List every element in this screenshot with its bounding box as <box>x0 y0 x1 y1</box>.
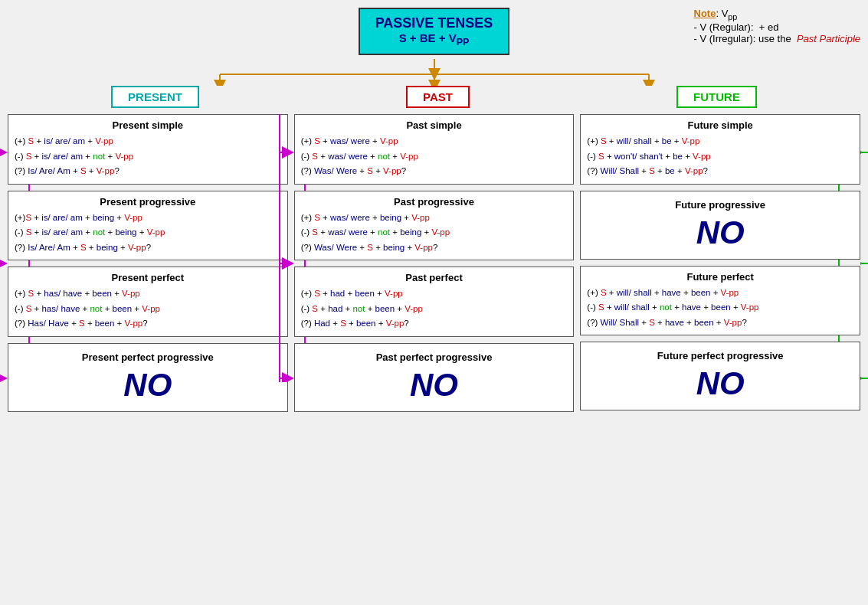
note-box: Note: Vpp - V (Regular): + ed - V (Irreg… <box>694 8 860 44</box>
pastprog-line3: (?) Was/ Were + S + being + V-pp? <box>301 240 568 256</box>
past-perfect-progressive-title: Past perfect progressive <box>301 352 568 363</box>
past-perfect-progressive-box: Past perfect progressive NO <box>294 343 575 412</box>
pperf-line2: (-) S + has/ have + not + been + V-pp <box>15 302 281 317</box>
past-simple-content: (+) S + was/ were + V-pp (-) S + was/ we… <box>301 134 568 179</box>
future-simple-title: Future simple <box>587 119 853 131</box>
main-title: PASSIVE TENSES <box>375 15 493 31</box>
pperf-line1: (+) S + has/ have + been + V-pp <box>15 286 281 302</box>
present-progressive-title: Present progressive <box>15 196 281 208</box>
past-progressive-title: Past progressive <box>301 196 568 208</box>
pperf-line3: (?) Has/ Have + S + been + V-pp? <box>15 316 281 332</box>
ps-line1: (+) S + is/ are/ am + V-pp <box>15 134 281 149</box>
present-perfect-progressive-title: Present perfect progressive <box>15 352 281 363</box>
note-line1: - V (Regular): + ed <box>694 21 779 33</box>
present-perfect-content: (+) S + has/ have + been + V-pp (-) S + … <box>15 286 281 332</box>
past-perfect-content: (+) S + had + been + V-pp (-) S + had + … <box>301 286 568 332</box>
future-perfect-progressive-box: Future perfect progressive NO <box>580 342 860 410</box>
future-progressive-no: NO <box>587 214 853 251</box>
future-progressive-title: Future progressive <box>587 199 853 211</box>
main-grid: Present simple (+) S + is/ are/ am + V-p… <box>8 114 860 412</box>
ps-line2: (-) S + is/ are/ am + not + V-pp <box>15 149 281 165</box>
past-header: PAST <box>406 86 470 108</box>
future-perfect-progressive-title: Future perfect progressive <box>587 350 853 361</box>
past-perfect-box: Past perfect (+) S + had + been + V-pp (… <box>294 267 575 337</box>
ps-line3: (?) Is/ Are/ Am + S + V-pp? <box>15 164 281 179</box>
future-perfect-progressive-no: NO <box>587 365 853 402</box>
pastperf-line1: (+) S + had + been + V-pp <box>301 286 568 302</box>
past-simple-box: Past simple (+) S + was/ were + V-pp (-)… <box>294 114 575 185</box>
page: PASSIVE TENSES S + BE + VPP Note: Vpp - … <box>8 8 860 412</box>
note-line2: - V (Irregular): use the Past Participle <box>694 33 860 44</box>
column-headers: PRESENT PAST FUTURE <box>8 86 860 108</box>
future-perfect-content: (+) S + will/ shall + have + been + V-pp… <box>587 286 853 331</box>
past-progressive-box: Past progressive (+) S + was/ were + bei… <box>294 191 575 261</box>
present-progressive-box: Present progressive (+)S + is/ are/ am +… <box>8 191 288 261</box>
futureperf-line1: (+) S + will/ shall + have + been + V-pp <box>587 286 853 301</box>
present-progressive-content: (+)S + is/ are/ am + being + V-pp (-) S … <box>15 211 281 256</box>
present-perfect-title: Present perfect <box>15 272 281 283</box>
pastsimple-line3: (?) Was/ Were + S + V-pp? <box>301 164 568 179</box>
title-area: PASSIVE TENSES S + BE + VPP Note: Vpp - … <box>8 8 860 55</box>
formula: S + BE + VPP <box>375 31 493 47</box>
future-simple-content: (+) S + will/ shall + be + V-pp (-) S + … <box>587 134 853 179</box>
present-column: Present simple (+) S + is/ are/ am + V-p… <box>8 114 288 412</box>
futureperf-line2: (-) S + will/ shall + not + have + been … <box>587 300 853 316</box>
tree-arrows <box>128 59 741 86</box>
present-arrows-svg <box>0 114 8 412</box>
present-simple-box: Present simple (+) S + is/ are/ am + V-p… <box>8 114 288 185</box>
past-perfect-title: Past perfect <box>301 272 568 283</box>
pastperf-line3: (?) Had + S + been + V-pp? <box>301 316 568 332</box>
futuresimple-line2: (-) S + won't/ shan't + be + V-pp <box>587 149 853 165</box>
future-perfect-box: Future perfect (+) S + will/ shall + hav… <box>580 266 860 336</box>
note-label: Note <box>694 8 716 19</box>
future-perfect-title: Future perfect <box>587 271 853 283</box>
main-layout: Present simple (+) S + is/ are/ am + V-p… <box>8 114 860 412</box>
pp-line1: (+)S + is/ are/ am + being + V-pp <box>15 211 281 226</box>
pastsimple-line2: (-) S + was/ were + not + V-pp <box>301 149 568 165</box>
pastprog-line1: (+) S + was/ were + being + V-pp <box>301 211 568 226</box>
past-perfect-progressive-no: NO <box>301 367 568 404</box>
futuresimple-line1: (+) S + will/ shall + be + V-pp <box>587 134 853 149</box>
present-perfect-box: Present perfect (+) S + has/ have + been… <box>8 267 288 337</box>
future-column: Future simple (+) S + will/ shall + be +… <box>580 114 860 412</box>
past-column: Past simple (+) S + was/ were + V-pp (-)… <box>294 114 575 412</box>
present-perfect-progressive-box: Present perfect progressive NO <box>8 343 288 412</box>
future-arrows-svg <box>860 114 868 412</box>
pastprog-line2: (-) S + was/ were + not + being + V-pp <box>301 225 568 240</box>
future-progressive-box: Future progressive NO <box>580 191 860 260</box>
pastperf-line2: (-) S + had + not + been + V-pp <box>301 302 568 317</box>
futureperf-line3: (?) Will/ Shall + S + have + been + V-pp… <box>587 316 853 331</box>
past-progressive-content: (+) S + was/ were + being + V-pp (-) S +… <box>301 211 568 256</box>
futuresimple-line3: (?) Will/ Shall + S + be + V-pp? <box>587 164 853 179</box>
future-header: FUTURE <box>676 86 757 108</box>
pp-line2: (-) S + is/ are/ am + not + being + V-pp <box>15 225 281 240</box>
pastsimple-line1: (+) S + was/ were + V-pp <box>301 134 568 149</box>
present-simple-content: (+) S + is/ are/ am + V-pp (-) S + is/ a… <box>15 134 281 179</box>
present-simple-title: Present simple <box>15 119 281 131</box>
present-perfect-progressive-no: NO <box>15 367 281 404</box>
future-simple-box: Future simple (+) S + will/ shall + be +… <box>580 114 860 185</box>
past-participle: Past Participle <box>797 33 860 44</box>
present-header: PRESENT <box>111 86 199 108</box>
past-simple-title: Past simple <box>301 119 568 131</box>
pp-line3: (?) Is/ Are/ Am + S + being + V-pp? <box>15 240 281 256</box>
title-box: PASSIVE TENSES S + BE + VPP <box>359 8 510 55</box>
